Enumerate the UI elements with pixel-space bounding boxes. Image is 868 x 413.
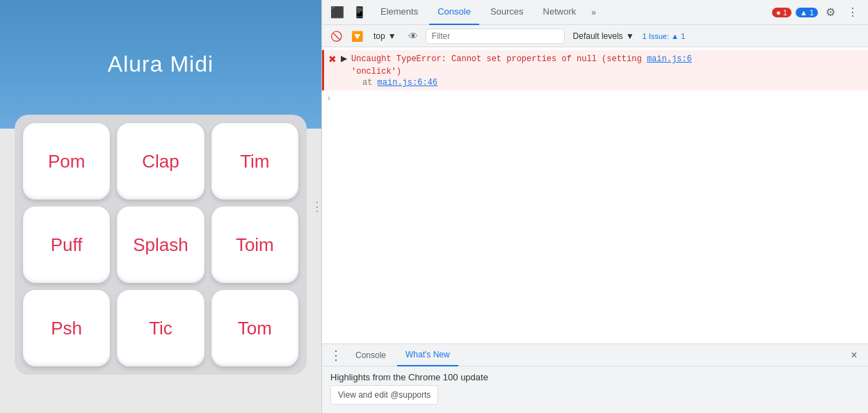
filter-icon[interactable]: 🔽 <box>348 28 365 44</box>
error-location-link[interactable]: main.js:6:46 <box>378 78 437 88</box>
bottom-content: Highlights from the Chrome 100 update Vi… <box>322 366 868 413</box>
bottom-close-button[interactable]: × <box>846 347 862 364</box>
pad-btn-7[interactable]: Tic <box>117 290 204 366</box>
pad-btn-5[interactable]: Toim <box>211 206 298 283</box>
settings-icon[interactable]: ⚙ <box>821 3 840 22</box>
error-location: at main.js:6:46 <box>351 78 862 88</box>
bottom-tab-whats-new[interactable]: What's New <box>397 344 458 366</box>
filter-input[interactable] <box>426 29 565 44</box>
error-link[interactable]: main.js:6 <box>647 54 692 64</box>
issue-count-badge[interactable]: 1 Issue: ▲ 1 <box>643 32 686 40</box>
pad-btn-1[interactable]: Clap <box>117 123 204 200</box>
bottom-highlight-text: Highlights from the Chrome 100 update <box>330 372 860 382</box>
bottom-tabs: ⋮ Console What's New × <box>322 344 868 366</box>
eye-icon[interactable]: 👁 <box>405 28 421 44</box>
app-header: Alura Midi <box>0 0 321 129</box>
devtools-device-icon[interactable]: 📱 <box>350 3 369 22</box>
console-prompt-icon[interactable]: › <box>328 93 330 103</box>
pad-btn-2[interactable]: Tim <box>211 123 298 200</box>
devtools-bottom: ⋮ Console What's New × Highlights from t… <box>322 343 868 413</box>
app-panel: Alura Midi Pom Clap Tim Puff Splash Toim… <box>0 0 321 413</box>
app-grid: Pom Clap Tim Puff Splash Toim Psh Tic To… <box>23 123 298 366</box>
devtools-toolbar: ⬛ 📱 Elements Console Sources Network » ●… <box>322 0 868 25</box>
console-content: ✖ ▶ Uncaught TypeError: Cannot set prope… <box>322 47 868 343</box>
pad-btn-0[interactable]: Pom <box>23 123 110 200</box>
pad-btn-4[interactable]: Splash <box>117 206 204 283</box>
console-error-row: ✖ ▶ Uncaught TypeError: Cannot set prope… <box>322 50 868 90</box>
bottom-tab-console[interactable]: Console <box>347 344 394 366</box>
error-message-line1: Uncaught TypeError: Cannot set propertie… <box>351 53 862 65</box>
tab-sources[interactable]: Sources <box>482 0 532 25</box>
tab-console[interactable]: Console <box>429 0 479 25</box>
tab-more[interactable]: » <box>587 0 600 25</box>
devtools-panel: ⬛ 📱 Elements Console Sources Network » ●… <box>321 0 868 413</box>
error-message-line2: 'onclick') <box>351 65 862 78</box>
bottom-three-dot-icon[interactable]: ⋮ <box>328 347 344 364</box>
chevron-down-icon: ▼ <box>626 31 634 41</box>
level-selector[interactable]: Default levels ▼ <box>569 30 638 42</box>
app-title: Alura Midi <box>108 51 214 77</box>
resize-handle[interactable]: ⋮ <box>313 193 321 220</box>
context-selector[interactable]: top ▼ <box>369 30 401 42</box>
pad-btn-8[interactable]: Tom <box>211 290 298 366</box>
error-content: Uncaught TypeError: Cannot set propertie… <box>351 53 862 88</box>
devtools-inspect-icon[interactable]: ⬛ <box>328 3 347 22</box>
tab-elements[interactable]: Elements <box>372 0 426 25</box>
tab-network[interactable]: Network <box>535 0 585 25</box>
more-options-icon[interactable]: ⋮ <box>843 3 862 22</box>
pad-btn-3[interactable]: Puff <box>23 206 110 283</box>
app-grid-container: Pom Clap Tim Puff Splash Toim Psh Tic To… <box>15 115 307 375</box>
clear-console-icon[interactable]: 🚫 <box>328 28 344 44</box>
view-supports-button[interactable]: View and edit @supports <box>330 385 438 405</box>
console-chevron-row: › <box>322 90 868 106</box>
error-icon: ✖ <box>328 54 337 65</box>
chevron-down-icon: ▼ <box>388 31 396 41</box>
devtools-toolbar2: 🚫 🔽 top ▼ 👁 Default levels ▼ 1 Issue: ▲ … <box>322 25 868 47</box>
pad-btn-6[interactable]: Psh <box>23 290 110 366</box>
expand-arrow[interactable]: ▶ <box>341 54 347 63</box>
issue-badge[interactable]: ▲ 1 <box>796 8 818 17</box>
error-badge[interactable]: ● 1 <box>772 8 791 17</box>
